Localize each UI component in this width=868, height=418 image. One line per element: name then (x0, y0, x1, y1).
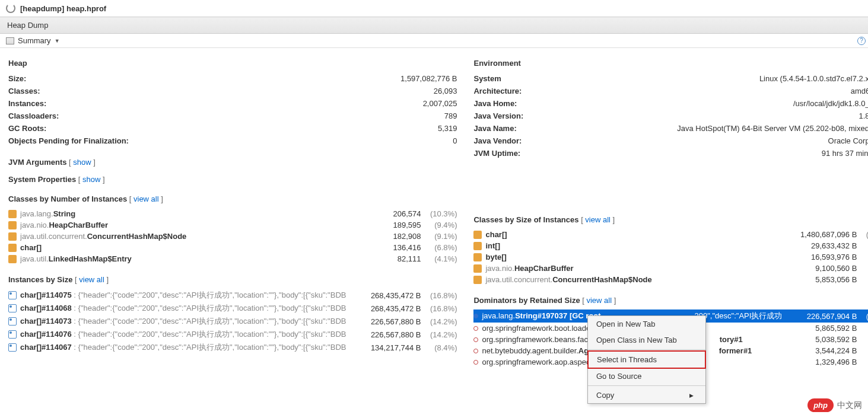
size: 268,435,472 B (349, 291, 421, 300)
label: Architecture: (473, 87, 522, 95)
title-prefix: [heapdump] (20, 4, 64, 13)
class-by-num-row[interactable]: java.lang.String206,574(10.3%) (8, 208, 457, 219)
class-name: java.lang.String (20, 209, 346, 218)
class-name: java.util.concurrent.ConcurrentHashMap$N… (485, 275, 782, 284)
instances-by-size-viewall-link[interactable]: view all (79, 275, 104, 284)
dominators-viewall-link[interactable]: view all (586, 296, 612, 305)
count: 206,574 (349, 209, 421, 218)
count: 189,595 (349, 221, 421, 229)
context-menu-item[interactable]: Go to Source (588, 368, 705, 374)
percent: (1.9%) (860, 241, 868, 250)
size: 226,567,880 B (349, 330, 421, 339)
instance-icon (8, 317, 17, 326)
value: Java HotSpot(TM) 64-Bit Server VM (25.20… (677, 124, 868, 133)
size: 226,567,880 B (349, 317, 421, 326)
heap-title: Heap (8, 59, 457, 68)
percent: (0.4%) (860, 275, 868, 284)
env-row: Java Version:1.8.0_202 (473, 110, 868, 122)
label: GC Roots: (8, 124, 46, 133)
class-by-size-row[interactable]: char[]1,480,687,096 B(92.7%) (473, 229, 868, 240)
class-by-num-row[interactable]: java.nio.HeapCharBuffer189,595(9.4%) (8, 219, 457, 231)
value: Oracle Corporation (828, 136, 868, 145)
instance-row[interactable]: char[]#114068 : {"header":{"code":"200",… (8, 302, 457, 315)
value: 1.8.0_202 (859, 111, 868, 120)
heap-row: Instances:2,007,025 (8, 97, 457, 110)
class-by-num-row[interactable]: java.util.LinkedHashMap$Entry82,111(4.1%… (8, 253, 457, 264)
value: 0 (453, 136, 457, 145)
class-by-size-row[interactable]: byte[]16,593,976 B(1%) (473, 251, 868, 263)
class-by-size-row[interactable]: int[]29,633,432 B(1.9%) (473, 240, 868, 251)
heap-row: GC Roots:5,319 (8, 122, 457, 135)
class-icon (473, 264, 482, 273)
class-icon (8, 255, 17, 263)
class-by-size-row[interactable]: java.nio.HeapCharBuffer9,100,560 B(0.6%) (473, 263, 868, 274)
context-menu-item[interactable]: Select in Threads (587, 350, 706, 369)
bullet-icon (473, 314, 478, 318)
class-by-num-row[interactable]: java.util.concurrent.ConcurrentHashMap$N… (8, 231, 457, 242)
count: 1,480,687,096 B (786, 230, 857, 239)
jvm-args-show-link[interactable]: show (73, 158, 91, 167)
label: Java Name: (473, 124, 516, 133)
title-file: heap.hprof (66, 4, 106, 13)
label: Size: (8, 74, 26, 83)
class-icon (473, 231, 482, 239)
context-menu-item[interactable]: Open Class in New Tab (588, 332, 705, 348)
context-menu-item[interactable]: Open in New Tab (588, 316, 705, 332)
instance-row[interactable]: char[]#114075 : {"header":{"code":"200",… (8, 289, 457, 302)
percent: (9.4%) (424, 221, 457, 229)
count: 29,633,432 B (786, 241, 857, 250)
value: 26,093 (434, 87, 457, 95)
label: JVM Uptime: (473, 149, 520, 158)
env-title: Environment (473, 59, 868, 68)
percent: (6.8%) (424, 243, 457, 252)
percent: (9.1%) (424, 232, 457, 241)
instance-row[interactable]: char[]#114067 : {"header":{"code":"200",… (8, 341, 457, 354)
class-name: java.nio.HeapCharBuffer (20, 221, 346, 229)
summary-icon (6, 37, 14, 44)
count: 5,853,056 B (786, 275, 857, 284)
env-row: Java Home:/usr/local/jdk/jdk1.8.0_202/jr… (473, 97, 868, 110)
heap-row: Classes:26,093 (8, 85, 457, 97)
class-name: java.util.LinkedHashMap$Entry (20, 254, 346, 263)
summary-bar[interactable]: Summary ▼ (0, 34, 868, 48)
size: 3,544,224 B (786, 346, 857, 355)
content: Heap Size:1,597,082,776 BClasses:26,093I… (0, 48, 868, 374)
class-name: char[] (485, 230, 782, 239)
percent: (0.2%) (860, 346, 868, 355)
class-by-num-row[interactable]: char[]136,416(6.8%) (8, 242, 457, 253)
help-icon[interactable]: ? (857, 37, 866, 45)
instance-name: char[]#114068 : {"header":{"code":"200",… (20, 303, 346, 314)
label: Instances: (8, 99, 46, 108)
env-row: SystemLinux (5.4.54-1.0.0.std7c.el7.2.x8… (473, 72, 868, 85)
instance-name: char[]#114067 : {"header":{"code":"200",… (20, 342, 346, 353)
value: /usr/local/jdk/jdk1.8.0_202/jre (793, 99, 868, 108)
value: 789 (444, 111, 457, 120)
tab-heap-dump[interactable]: Heap Dump (7, 21, 48, 30)
class-by-size-row[interactable]: java.util.concurrent.ConcurrentHashMap$N… (473, 274, 868, 285)
percent: (92.7%) (860, 230, 868, 239)
instance-name: char[]#114073 : {"header":{"code":"200",… (20, 316, 346, 327)
instance-row[interactable]: char[]#114076 : {"header":{"code":"200",… (8, 328, 457, 341)
bullet-icon (473, 360, 478, 365)
sys-props-show-link[interactable]: show (82, 175, 100, 184)
percent: (4.1%) (424, 254, 457, 263)
value: Linux (5.4.54-1.0.0.std7c.el7.2.x86_64) (759, 74, 868, 83)
classes-by-size-viewall-link[interactable]: view all (585, 215, 611, 224)
percent: (14.2%) (424, 317, 457, 326)
loading-spinner-icon (6, 4, 15, 13)
class-name: int[] (485, 241, 782, 250)
percent: (0.3%) (860, 335, 868, 344)
instance-icon (8, 304, 17, 312)
instance-row[interactable]: char[]#114073 : {"header":{"code":"200",… (8, 315, 457, 328)
heap-row: Classloaders:789 (8, 110, 457, 122)
classes-by-size-title: Classes by Size of Instances [ view all … (473, 215, 868, 224)
label: Classloaders: (8, 111, 59, 120)
classes-by-num-viewall-link[interactable]: view all (133, 194, 159, 203)
tab-bar: Heap Dump (0, 17, 868, 34)
instances-by-size-title: Instances by Size [ view all ] (8, 275, 457, 284)
percent: (16.8%) (424, 304, 457, 313)
class-icon (8, 232, 17, 241)
percent: (0.4%) (860, 324, 868, 333)
class-icon (473, 253, 482, 261)
label: Objects Pending for Finalization: (8, 136, 129, 145)
